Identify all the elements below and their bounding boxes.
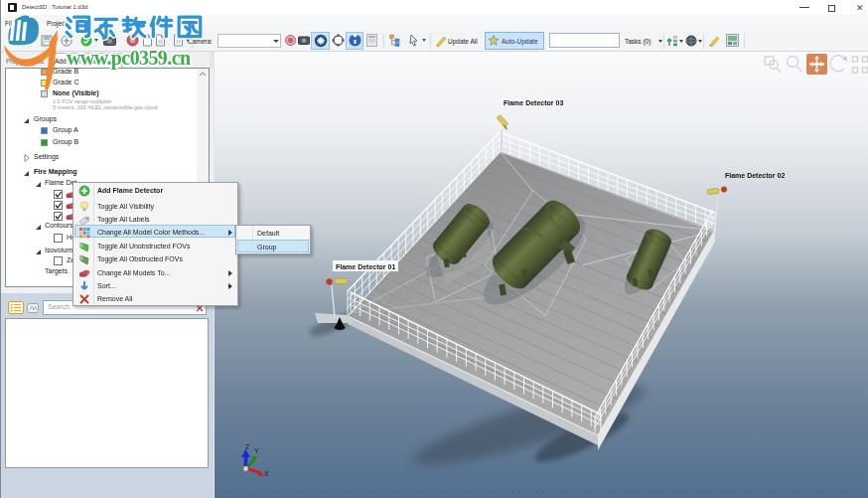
svg-text:Z: Z: [245, 443, 250, 450]
svg-text:Flame Detector 01: Flame Detector 01: [336, 263, 395, 270]
svg-text:Y: Y: [254, 447, 259, 454]
svg-text:www.pc0359.cn: www.pc0359.cn: [67, 47, 191, 70]
svg-text:Flame Detector 02: Flame Detector 02: [725, 172, 785, 179]
svg-text:Flame Detector 03: Flame Detector 03: [504, 99, 563, 106]
svg-text:X: X: [264, 470, 269, 477]
